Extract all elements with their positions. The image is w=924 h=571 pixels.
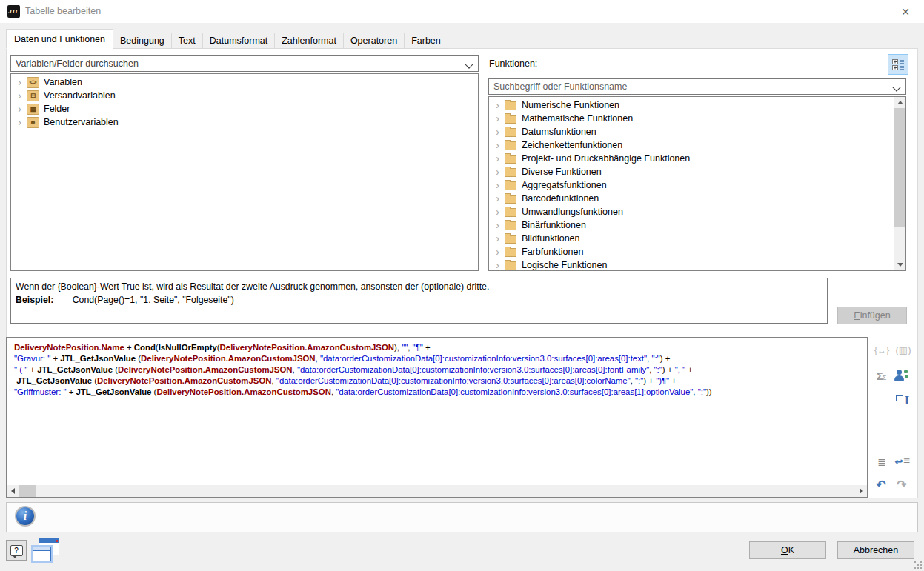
insert-field-button[interactable]: I xyxy=(892,393,913,409)
expander-icon[interactable]: › xyxy=(493,207,502,216)
expander-icon[interactable]: › xyxy=(15,118,24,127)
tab-bedingung[interactable]: Bedingung xyxy=(113,33,172,49)
parens-format-icon: (▥) xyxy=(896,344,911,355)
tree-item-projekt-und-druckabhängige-funktionen[interactable]: ›Projekt- und Druckabhängige Funktionen xyxy=(489,152,894,165)
tree-item-felder[interactable]: ›▦Felder xyxy=(11,102,478,116)
tree-item-label: Mathematische Funktionen xyxy=(522,113,633,124)
undo-button[interactable]: ↶ xyxy=(872,476,890,492)
insert-button[interactable]: Einfügen xyxy=(837,307,907,324)
scroll-up-icon[interactable] xyxy=(894,97,905,108)
app-logo-icon: JTL xyxy=(7,5,20,18)
scroll-left-icon[interactable] xyxy=(7,485,19,497)
info-icon: i xyxy=(15,506,36,527)
expander-icon[interactable]: › xyxy=(493,114,502,123)
scroll-right-icon[interactable] xyxy=(855,485,867,497)
expander-icon[interactable]: › xyxy=(493,154,502,163)
function-search-input[interactable]: Suchbegriff oder Funktionsname xyxy=(488,78,906,95)
expander-icon[interactable]: › xyxy=(15,91,24,100)
formula-hscrollbar[interactable] xyxy=(7,485,867,497)
expander-icon[interactable]: › xyxy=(493,234,502,243)
window-mode-button[interactable] xyxy=(33,538,59,563)
align-lines-icon: ≣ xyxy=(877,456,886,468)
variables-tree[interactable]: ›<>Variablen›⊟Versandvariablen›▦Felder›☻… xyxy=(10,73,479,271)
expander-icon[interactable]: › xyxy=(493,261,502,270)
info-bar: i xyxy=(6,502,918,532)
tree-item-label: Bildfunktionen xyxy=(522,233,580,244)
expander-icon[interactable]: › xyxy=(493,181,502,190)
resize-grip[interactable] xyxy=(914,561,922,569)
formula-line: JTL_GetJsonValue (DeliveryNotePosition.A… xyxy=(7,375,867,387)
scrollbar-thumb[interactable] xyxy=(894,108,905,227)
tree-item-label: Farbfunktionen xyxy=(522,247,583,257)
tab-daten-und-funktionen[interactable]: Daten und Funktionen xyxy=(6,29,113,49)
tree-item-barcodefunktionen[interactable]: ›Barcodefunktionen xyxy=(489,192,894,205)
tree-item-bildfunktionen[interactable]: ›Bildfunktionen xyxy=(489,232,894,245)
chevron-down-icon[interactable] xyxy=(465,60,473,68)
formula-editor[interactable]: DeliveryNotePosition.Name + Cond(IsNullO… xyxy=(6,337,868,498)
tree-item-label: Numerische Funktionen xyxy=(522,100,619,110)
tree-item-zeichenkettenfunktionen[interactable]: ›Zeichenkettenfunktionen xyxy=(489,138,894,152)
tab-zahlenformat[interactable]: Zahlenformat xyxy=(274,33,344,49)
aggregate-sum-button[interactable]: ΣΣ xyxy=(873,368,891,383)
expander-icon[interactable]: › xyxy=(15,78,24,87)
formula-line: " ( " + JTL_GetJsonValue (DeliveryNotePo… xyxy=(7,364,867,375)
tree-item-label: Zeichenkettenfunktionen xyxy=(522,140,622,150)
expander-icon[interactable]: › xyxy=(15,104,24,113)
title-bar: JTL Tabelle bearbeiten ✕ xyxy=(0,0,924,23)
braces-sync-icon: {↔} xyxy=(874,345,889,355)
tree-item-logische-funktionen[interactable]: ›Logische Funktionen xyxy=(489,258,894,271)
expander-icon[interactable]: › xyxy=(493,101,502,110)
expander-icon[interactable]: › xyxy=(493,167,502,176)
chevron-down-icon[interactable] xyxy=(892,83,900,91)
expander-icon[interactable]: › xyxy=(493,247,502,256)
ok-button[interactable]: OK xyxy=(749,541,826,559)
scroll-down-icon[interactable] xyxy=(894,259,905,270)
expander-icon[interactable]: › xyxy=(493,194,502,203)
redo-button[interactable]: ↷ xyxy=(893,476,911,492)
expander-icon[interactable]: › xyxy=(493,141,502,150)
help-button[interactable]: ? xyxy=(6,540,27,561)
tree-item-versandvariablen[interactable]: ›⊟Versandvariablen xyxy=(11,89,478,102)
scrollbar-thumb[interactable] xyxy=(19,485,36,497)
wrap-lines-button[interactable]: ↩≣ xyxy=(892,454,913,469)
tree-item-binärfunktionen[interactable]: ›Binärfunktionen xyxy=(489,218,894,232)
format-expression-button[interactable]: ≣ xyxy=(874,455,890,469)
tab-farben[interactable]: Farben xyxy=(404,33,448,49)
shared-variables-button[interactable] xyxy=(894,369,909,382)
tree-item-diverse-funktionen[interactable]: ›Diverse Funktionen xyxy=(489,165,894,178)
folder-icon xyxy=(505,195,516,204)
tab-operatoren[interactable]: Operatoren xyxy=(343,33,405,49)
help-icon: ? xyxy=(10,545,23,556)
tree-item-farbfunktionen[interactable]: ›Farbfunktionen xyxy=(489,245,894,258)
tree-item-label: Felder xyxy=(44,104,70,114)
expander-icon[interactable]: › xyxy=(493,127,502,136)
tree-item-variablen[interactable]: ›<>Variablen xyxy=(11,76,478,89)
formula-line: "Gravur: " + JTL_GetJsonValue (DeliveryN… xyxy=(7,353,867,364)
cancel-button[interactable]: Abbrechen xyxy=(837,541,914,559)
tree-item-mathematische-funktionen[interactable]: ›Mathematische Funktionen xyxy=(489,112,894,125)
folder-icon xyxy=(505,221,516,230)
tab-text[interactable]: Text xyxy=(171,33,203,49)
tree-item-label: Barcodefunktionen xyxy=(522,193,599,204)
tree-item-umwandlungsfunktionen[interactable]: ›Umwandlungsfunktionen xyxy=(489,205,894,218)
tree-item-aggregatsfunktionen[interactable]: ›Aggregatsfunktionen xyxy=(489,178,894,192)
tree-item-benutzervariablen[interactable]: ›☻Benutzervariablen xyxy=(11,116,478,129)
folder-icon xyxy=(505,128,516,137)
tab-label: Text xyxy=(179,36,196,46)
variables-search-input[interactable]: Variablen/Felder durchsuchen xyxy=(10,55,479,72)
tree-item-datumsfunktionen[interactable]: ›Datumsfunktionen xyxy=(489,125,894,138)
format-value-button[interactable]: (▥) xyxy=(894,343,913,356)
close-button[interactable]: ✕ xyxy=(894,4,917,20)
functions-tree[interactable]: ›Numerische Funktionen›Mathematische Fun… xyxy=(488,96,906,271)
auto-parentheses-button[interactable]: {↔} xyxy=(872,344,891,357)
insert-field-icon: I xyxy=(896,393,910,408)
functions-tree-scrollbar[interactable] xyxy=(894,97,905,270)
tree-item-numerische-funktionen[interactable]: ›Numerische Funktionen xyxy=(489,98,894,112)
folder-icon xyxy=(505,168,516,177)
fields-icon: ▦ xyxy=(27,104,39,115)
tab-datumsformat[interactable]: Datumsformat xyxy=(202,33,276,49)
variables-search-placeholder: Variablen/Felder durchsuchen xyxy=(16,59,139,69)
expander-icon[interactable]: › xyxy=(493,221,502,230)
function-view-toggle-button[interactable] xyxy=(888,54,908,75)
tab-label: Operatoren xyxy=(350,36,397,46)
